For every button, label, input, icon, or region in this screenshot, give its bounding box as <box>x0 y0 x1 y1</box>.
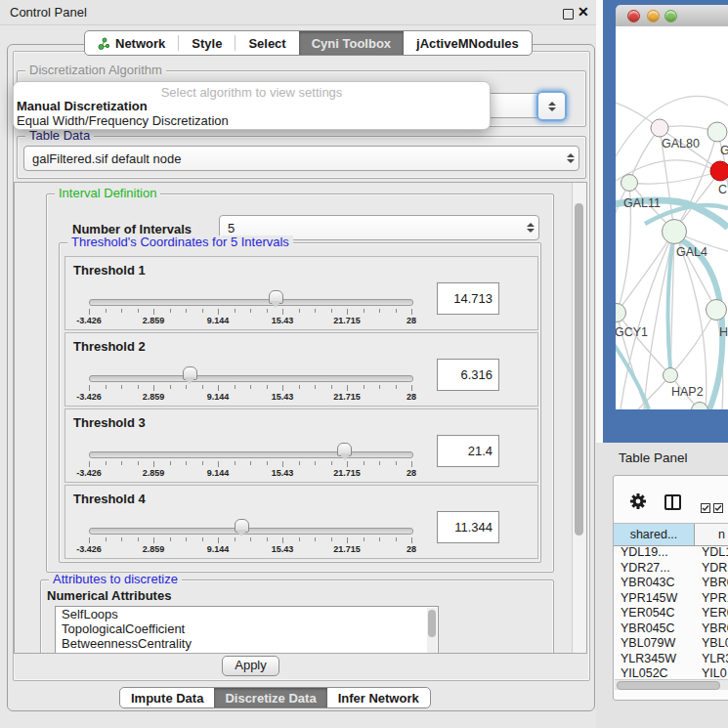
minor-tick <box>170 309 171 313</box>
slider-thumb[interactable] <box>269 290 283 304</box>
number-of-intervals-stepper[interactable] <box>527 223 535 233</box>
attributes-list-scrollbar[interactable] <box>427 608 437 653</box>
tick-label: 15.43 <box>258 544 307 554</box>
table-row[interactable]: YER054CYER0 <box>614 606 728 621</box>
cell-shared-name[interactable]: YBR043C <box>614 576 702 591</box>
table-data-combobox-stepper[interactable] <box>567 153 575 163</box>
cell-name[interactable]: YIL0 <box>702 666 727 680</box>
cell-shared-name[interactable]: YLR345W <box>614 652 702 667</box>
threshold-value-field[interactable]: 11.344 <box>437 511 499 543</box>
attribute-list-item[interactable]: SelfLoops <box>56 607 438 621</box>
checkbox-icon[interactable] <box>701 499 710 517</box>
tab-cyni-toolbox[interactable]: Cyni Toolbox <box>299 31 404 55</box>
table-row[interactable]: YDL19...YDL1 <box>614 545 728 561</box>
cell-name[interactable]: YPR1 <box>702 591 728 607</box>
cell-name[interactable]: YDR2 <box>702 561 728 577</box>
apply-button[interactable]: Apply <box>222 656 279 676</box>
major-tick <box>153 385 154 391</box>
checkbox-icon[interactable] <box>713 499 723 517</box>
tick-label: 2.859 <box>129 316 178 325</box>
attribute-list-item[interactable]: TopologicalCoefficient <box>56 621 438 636</box>
cell-name[interactable]: YBR0 <box>702 576 728 591</box>
network-node-gal4[interactable] <box>663 220 687 244</box>
minor-tick <box>250 537 251 541</box>
network-node-c[interactable] <box>710 161 728 181</box>
cell-name[interactable]: YBR0 <box>702 621 728 637</box>
slider-thumb[interactable] <box>235 519 249 533</box>
table-header-shared-name[interactable]: shared... <box>614 524 695 545</box>
table-horizontal-scrollbar[interactable] <box>615 679 728 690</box>
table-row[interactable]: YBL079WYBL0 <box>614 636 728 652</box>
float-window-icon[interactable] <box>563 9 574 20</box>
cell-shared-name[interactable]: YDL19... <box>614 545 702 561</box>
minor-tick <box>331 461 332 465</box>
algorithm-option-equal-width[interactable]: Equal Width/Frequency Discretization <box>17 113 229 128</box>
table-rows: YDL19...YDL1YDR27...YDR2YBR043CYBR0YPR14… <box>614 545 728 680</box>
tick-label: 21.715 <box>322 544 371 554</box>
table-row[interactable]: YBR043CYBR0 <box>614 576 728 591</box>
minor-tick <box>364 309 364 313</box>
cell-name[interactable]: YBL0 <box>702 636 728 652</box>
cell-name[interactable]: YLR3 <box>702 652 728 667</box>
network-node-ga[interactable] <box>707 122 727 142</box>
control-panel-title: Control Panel <box>10 5 87 20</box>
zoom-traffic-light[interactable] <box>664 10 677 22</box>
gear-icon[interactable] <box>629 492 647 514</box>
network-node-gcy1[interactable] <box>616 304 626 322</box>
minimize-traffic-light[interactable] <box>647 10 660 22</box>
slider-track[interactable] <box>89 299 413 306</box>
major-tick <box>282 537 283 543</box>
cell-shared-name[interactable]: YIL052C <box>614 666 702 680</box>
network-node-hap2[interactable] <box>664 368 678 383</box>
algorithm-option-manual[interactable]: Manual Discretization <box>17 99 148 113</box>
tab-style[interactable]: Style <box>179 31 235 55</box>
stepper-down-icon <box>527 229 535 233</box>
minor-tick <box>121 309 122 313</box>
cell-shared-name[interactable]: YBL079W <box>614 636 702 652</box>
network-node-h[interactable] <box>707 300 727 321</box>
table-row[interactable]: YIL052CYIL0 <box>614 666 728 680</box>
table-data-combobox[interactable]: galFiltered.sif default node <box>23 146 579 171</box>
cell-shared-name[interactable]: YPR145W <box>614 591 702 607</box>
control-panel-titlebar: Control Panel ✕ <box>0 0 596 25</box>
cell-name[interactable]: YDL1 <box>702 545 728 561</box>
settings-vertical-scrollbar[interactable] <box>572 183 586 653</box>
slider-track[interactable] <box>89 375 413 382</box>
tab-select[interactable]: Select <box>236 31 298 55</box>
cell-shared-name[interactable]: YDR27... <box>614 561 702 577</box>
table-header-name[interactable]: n <box>695 524 728 545</box>
scrollbar-thumb[interactable] <box>617 681 720 690</box>
tab-infer-network[interactable]: Infer Network <box>327 688 430 707</box>
scrollbar-thumb[interactable] <box>575 203 583 535</box>
cell-name[interactable]: YER0 <box>702 606 728 621</box>
threshold-value-field[interactable]: 21.4 <box>437 435 499 467</box>
slider-track[interactable] <box>89 528 413 535</box>
attribute-list-item[interactable]: BetweennessCentrality <box>56 636 438 651</box>
network-canvas[interactable]: GAL80GACGAL11GAL4GCY1HHAP2 <box>616 26 728 409</box>
slider-track[interactable] <box>89 451 413 458</box>
tab-jactivemnodules[interactable]: jActiveMNodules <box>404 31 532 55</box>
table-row[interactable]: YDR27...YDR2 <box>614 561 728 577</box>
network-node-gal80[interactable] <box>651 119 668 137</box>
major-tick <box>218 385 219 391</box>
slider-thumb[interactable] <box>183 366 197 380</box>
cell-shared-name[interactable]: YBR045C <box>614 621 702 637</box>
cell-shared-name[interactable]: YER054C <box>614 606 702 621</box>
algorithm-combobox-stepper[interactable] <box>536 91 567 121</box>
scrollbar-thumb[interactable] <box>428 610 436 637</box>
threshold-value-field[interactable]: 14.713 <box>437 282 499 315</box>
close-icon[interactable]: ✕ <box>578 4 589 20</box>
table-row[interactable]: YLR345WYLR3 <box>614 652 728 667</box>
threshold-value-field[interactable]: 6.316 <box>437 359 499 391</box>
minor-tick <box>364 385 364 389</box>
close-traffic-light[interactable] <box>627 10 640 22</box>
table-row[interactable]: YBR045CYBR0 <box>614 621 728 637</box>
table-row[interactable]: YPR145WYPR1 <box>614 591 728 607</box>
tab-discretize-data[interactable]: Discretize Data <box>214 688 326 707</box>
tick-label: 2.859 <box>129 544 178 554</box>
tab-network[interactable]: Network <box>85 31 178 55</box>
tab-impute-data[interactable]: Impute Data <box>120 688 214 707</box>
split-column-icon[interactable] <box>664 494 681 510</box>
slider-thumb[interactable] <box>337 443 352 456</box>
network-node-gal11[interactable] <box>621 175 638 192</box>
